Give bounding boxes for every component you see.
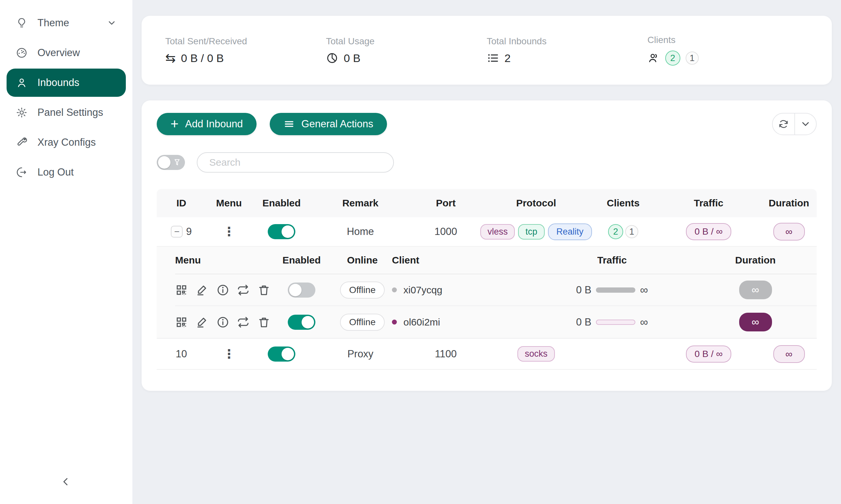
- clients-online-badge: 2: [608, 224, 623, 239]
- add-inbound-button[interactable]: + Add Inbound: [157, 113, 257, 135]
- stat-value: 0 B / 0 B: [181, 52, 224, 65]
- user-icon: [16, 77, 28, 89]
- stat-value: 2: [504, 52, 511, 65]
- refresh-options-button[interactable]: [794, 113, 816, 134]
- stat-total-sent-received: Total Sent/Received ⇆ 0 B / 0 B: [165, 36, 326, 65]
- col-menu: Menu: [206, 198, 252, 209]
- row-port: 1100: [410, 348, 482, 360]
- list-icon: [487, 52, 499, 64]
- edit-pencil-icon[interactable]: [196, 316, 209, 329]
- sidebar-collapse-button[interactable]: [56, 472, 75, 491]
- sidebar-item-inbounds[interactable]: Inbounds: [6, 69, 126, 97]
- col-duration: Duration: [761, 198, 817, 209]
- filter-toggle[interactable]: [157, 155, 185, 170]
- inbounds-card: + Add Inbound General Actions: [142, 101, 832, 391]
- duration-chip: ∞: [773, 223, 805, 240]
- client-enabled-toggle[interactable]: [288, 315, 315, 330]
- subcol-online: Online: [333, 255, 392, 266]
- client-duration-chip: ∞: [739, 281, 772, 299]
- toolbar: + Add Inbound General Actions: [157, 113, 817, 135]
- protocol-chip: socks: [517, 346, 554, 362]
- client-duration-chip: ∞: [739, 313, 772, 331]
- add-inbound-label: Add Inbound: [185, 118, 243, 130]
- duration-chip: ∞: [773, 345, 805, 363]
- protocol-chip: tcp: [518, 224, 544, 239]
- table-header: ID Menu Enabled Remark Port Protocol Cli…: [157, 189, 817, 217]
- table-row: − 9 ⋮ Home 1000 vless tcp Reality 2 1: [157, 217, 817, 247]
- reset-traffic-icon[interactable]: [237, 284, 250, 296]
- client-name: xi07ycqg: [404, 285, 442, 295]
- stat-label: Clients: [648, 35, 808, 45]
- protocol-chip: vless: [480, 224, 515, 239]
- stat-total-usage: Total Usage 0 B: [326, 36, 486, 65]
- chevron-down-icon: [800, 119, 811, 130]
- reset-traffic-icon[interactable]: [237, 316, 250, 329]
- sidebar-item-panel-settings[interactable]: Panel Settings: [6, 98, 126, 127]
- row-menu-kebab-icon[interactable]: ⋮: [223, 347, 235, 361]
- clients-online-badge: 2: [665, 51, 680, 66]
- sidebar-item-label: Log Out: [37, 166, 73, 178]
- inbounds-table: ID Menu Enabled Remark Port Protocol Cli…: [157, 189, 817, 370]
- subtable-header: Menu Enabled Online Client Traffic Durat…: [175, 247, 817, 274]
- logout-icon: [16, 166, 28, 178]
- search-row: [157, 152, 817, 173]
- sidebar-item-overview[interactable]: Overview: [6, 39, 126, 67]
- row-menu-kebab-icon[interactable]: ⋮: [223, 224, 235, 239]
- qrcode-icon[interactable]: [175, 316, 188, 329]
- wrench-icon: [16, 137, 28, 148]
- dashboard-icon: [16, 47, 28, 59]
- sidebar-item-label: Theme: [37, 17, 69, 29]
- subcol-traffic: Traffic: [530, 255, 694, 266]
- client-traffic-value: 0 B: [576, 316, 591, 328]
- clients-total-badge: 1: [625, 225, 638, 238]
- table-row: 10 ⋮ Proxy 1100 socks 0 B / ∞ ∞: [157, 339, 817, 370]
- pie-chart-icon: [326, 52, 338, 64]
- refresh-button-group: [772, 113, 817, 135]
- online-status-chip: Offline: [340, 282, 385, 299]
- row-port: 1000: [410, 226, 482, 237]
- sidebar-item-label: Overview: [37, 47, 80, 59]
- refresh-icon: [778, 119, 789, 130]
- row-id: 9: [186, 226, 191, 237]
- inbound-enabled-toggle[interactable]: [268, 346, 295, 362]
- stat-label: Total Sent/Received: [165, 36, 326, 47]
- sidebar-item-xray-configs[interactable]: Xray Configs: [6, 128, 126, 157]
- traffic-limit: ∞: [640, 284, 648, 296]
- client-enabled-toggle[interactable]: [288, 283, 315, 298]
- sidebar-item-theme[interactable]: Theme: [6, 9, 126, 37]
- refresh-button[interactable]: [773, 113, 794, 134]
- general-actions-button[interactable]: General Actions: [270, 113, 387, 135]
- col-enabled: Enabled: [252, 198, 311, 209]
- lightbulb-icon: [16, 17, 28, 29]
- edit-pencil-icon[interactable]: [196, 284, 209, 296]
- col-clients: Clients: [590, 198, 656, 209]
- sidebar-item-logout[interactable]: Log Out: [6, 158, 126, 186]
- stat-label: Total Usage: [326, 36, 486, 47]
- stat-clients: Clients 2 1: [648, 35, 808, 66]
- sidebar-item-label: Inbounds: [37, 77, 80, 89]
- col-id: ID: [157, 198, 206, 209]
- search-input[interactable]: [197, 152, 394, 173]
- info-icon[interactable]: [217, 284, 229, 296]
- stats-card: Total Sent/Received ⇆ 0 B / 0 B Total Us…: [142, 16, 832, 85]
- stat-label: Total Inbounds: [487, 36, 648, 47]
- trash-icon[interactable]: [258, 284, 270, 296]
- client-row: Offline xi07ycqg 0 B ∞ ∞: [175, 274, 817, 306]
- subcol-enabled: Enabled: [270, 255, 333, 266]
- client-status-dot: [392, 287, 397, 292]
- users-icon: [648, 52, 660, 64]
- row-remark: Proxy: [311, 348, 410, 360]
- chevron-left-icon: [59, 475, 72, 488]
- protocol-chip: Reality: [548, 223, 592, 240]
- info-icon[interactable]: [217, 316, 229, 329]
- qrcode-icon[interactable]: [175, 284, 188, 296]
- traffic-chip: 0 B / ∞: [686, 345, 731, 363]
- sidebar-item-label: Panel Settings: [37, 107, 103, 119]
- traffic-chip: 0 B / ∞: [686, 223, 731, 240]
- collapse-row-button[interactable]: −: [171, 226, 183, 237]
- traffic-progress-bar: [596, 320, 635, 325]
- trash-icon[interactable]: [258, 316, 270, 329]
- inbound-enabled-toggle[interactable]: [268, 224, 295, 239]
- gear-icon: [16, 107, 28, 119]
- client-name: ol60i2mi: [404, 317, 440, 328]
